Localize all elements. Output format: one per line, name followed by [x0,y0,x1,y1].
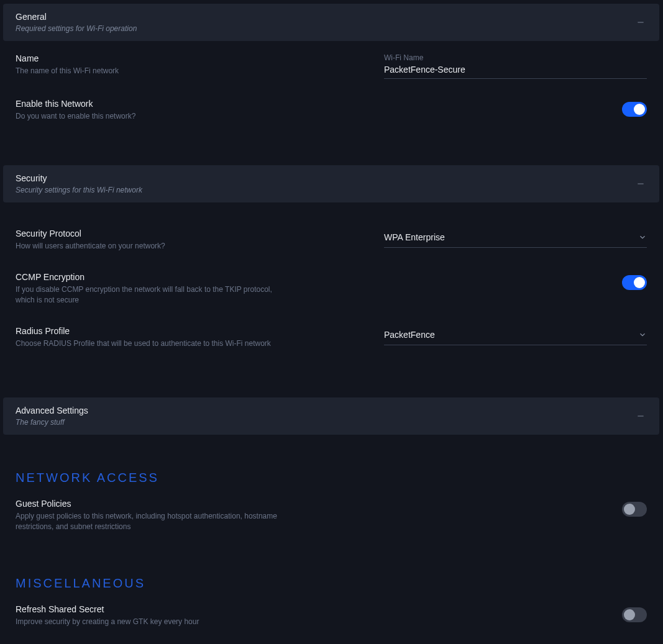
chevron-down-icon [638,233,647,242]
name-label: Name [16,53,372,63]
row-security-protocol: Security Protocol How will users authent… [3,229,659,252]
guest-policies-toggle[interactable] [622,502,647,517]
chevron-down-icon [638,330,647,339]
section-header-advanced[interactable]: Advanced Settings The fancy stuff [3,397,659,435]
row-name: Name The name of this Wi-Fi network Wi-F… [3,53,659,79]
section-title: General [16,12,137,22]
section-header-security[interactable]: Security Security settings for this Wi-F… [3,165,659,202]
section-title: Security [16,173,142,183]
guest-label: Guest Policies [16,499,372,509]
section-subtitle: The fancy stuff [16,418,88,427]
row-guest-policies: Guest Policies Apply guest policies to t… [3,499,659,533]
radius-desc: Choose RADIUS Profile that will be used … [16,338,283,349]
refresh-label: Refresh Shared Secret [16,604,372,614]
row-enable-network: Enable this Network Do you want to enabl… [3,99,659,122]
refresh-desc: Improve security by creating a new GTK k… [16,617,283,627]
network-access-heading: NETWORK ACCESS [3,471,659,485]
collapse-icon[interactable] [634,410,647,422]
ccmp-desc: If you disable CCMP encryption the netwo… [16,284,283,306]
radius-profile-value: PacketFence [384,330,435,340]
section-header-general[interactable]: General Required settings for Wi-Fi oper… [3,4,659,41]
security-protocol-value: WPA Enterprise [384,232,445,242]
radius-label: Radius Profile [16,326,372,336]
enable-desc: Do you want to enable this network? [16,111,283,122]
name-input[interactable] [384,63,647,79]
enable-label: Enable this Network [16,99,372,109]
name-placeholder-label: Wi-Fi Name [384,53,647,62]
ccmp-label: CCMP Encryption [16,272,372,282]
guest-desc: Apply guest policies to this network, in… [16,511,283,533]
ccmp-toggle[interactable] [622,275,647,290]
row-refresh-secret: Refresh Shared Secret Improve security b… [3,604,659,627]
collapse-icon[interactable] [634,178,647,190]
section-title: Advanced Settings [16,406,88,415]
section-subtitle: Required settings for Wi-Fi operation [16,24,137,33]
security-protocol-label: Security Protocol [16,229,372,238]
row-radius-profile: Radius Profile Choose RADIUS Profile tha… [3,326,659,349]
security-protocol-select[interactable]: WPA Enterprise [384,229,647,248]
section-subtitle: Security settings for this Wi-Fi network [16,186,142,194]
enable-network-toggle[interactable] [622,102,647,117]
radius-profile-select[interactable]: PacketFence [384,326,647,345]
name-desc: The name of this Wi-Fi network [16,66,283,76]
row-ccmp-encryption: CCMP Encryption If you disable CCMP encr… [3,272,659,306]
refresh-secret-toggle[interactable] [622,607,647,622]
misc-heading: MISCELLANEOUS [3,576,659,591]
collapse-icon[interactable] [634,16,647,29]
security-protocol-desc: How will users authenticate on your netw… [16,241,283,252]
